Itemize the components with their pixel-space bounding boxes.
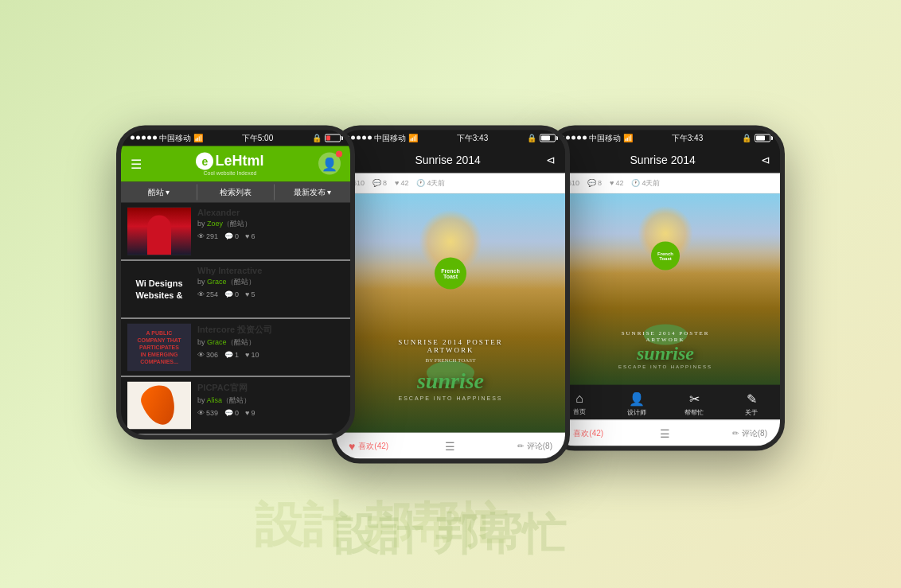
user-avatar[interactable]: 👤 [318,153,341,175]
nav-about[interactable]: ✎ 关于 [723,391,780,416]
help-icon: ✂ [689,391,700,406]
list-item-widesigns[interactable]: Wi DesignsWebsites & Why Interactive by … [121,260,350,318]
likes-count-w: 5 [251,290,255,298]
thumb-widesigns-bg: Wi DesignsWebsites & [127,265,191,313]
thumb-alexander-bg [127,207,191,255]
nav-tabs: 酷站 ▾ 检索列表 最新发布 ▾ [121,181,350,202]
comment-icon-p: 💬 [224,408,233,416]
menu-action-2[interactable]: ☰ [416,439,484,452]
dot5 [153,136,157,140]
tab-suoyin[interactable]: 检索列表 [197,181,273,202]
stats-widesigns: 👁 254 💬 0 ♥ 5 [197,290,344,298]
designer-icon: 👤 [629,391,645,406]
wifi-icon-1: 📶 [193,134,203,142]
thumb-picpac-bg [127,381,191,429]
likes-intercore: ♥ 10 [245,350,259,358]
like-action-2[interactable]: ♥ 喜欢(42) [349,439,416,452]
sunrise-image-2: FrenchToast SUNRISE 2014 POSTER ARTWORK … [336,193,565,432]
heart-icon-2: ♥ [395,179,399,187]
menu-action-3[interactable]: ☰ [631,426,699,439]
author-widesigns: by Grace（酷站） [197,276,344,286]
watermark-2: 設計 邦帮忙 [255,493,507,558]
eye-icon-p: 👁 [197,408,205,416]
share-button-2[interactable]: ⊲ [546,153,556,165]
views-intercore: 👁 306 [197,350,218,358]
lock-icon-2: 🔒 [527,134,536,142]
info-picpac: PICPAC官网 by Alisa（酷站） 👁 539 💬 0 ♥ 9 [197,381,344,416]
dot1 [131,136,135,140]
likes-alexander: ♥ 6 [245,232,255,239]
comment-action-3[interactable]: ✏ 评论(8) [700,427,767,438]
views-alexander: 👁 291 [197,232,218,239]
comments-count-i: 1 [235,350,239,358]
like-count-2: 42 [400,179,408,187]
likes-widesigns: ♥ 5 [245,290,255,298]
views-picpac: 👁 539 [197,408,218,416]
battery-fill-3 [756,135,765,140]
title-picpac: PICPAC官网 [197,381,344,393]
list-item-picpac[interactable]: PICPAC官网 by Alisa（酷站） 👁 539 💬 0 ♥ 9 [121,376,350,434]
comments-count-a: 0 [235,232,239,239]
views-count-i: 306 [206,350,218,358]
about-label: 关于 [745,407,758,416]
comment-action-2[interactable]: ✏ 评论(8) [485,440,552,451]
picpac-object [138,381,181,429]
dot4-2 [362,136,366,140]
about-icon: ✎ [747,391,757,406]
clock-icon-3: 🕐 [631,179,640,187]
comment-icon-2: 💬 [372,179,381,187]
time-stat-3: 🕐 4天前 [631,177,660,188]
share-button-3[interactable]: ⊲ [761,153,770,165]
like-stat-3: ♥ 42 [610,179,623,187]
heart-icon-p: ♥ [245,408,249,416]
status-right-1: 🔒 [312,134,341,142]
tab-zuixin[interactable]: 最新发布 ▾ [275,181,350,202]
tab-kuzhan[interactable]: 酷站 ▾ [121,181,197,202]
tab-zuixin-arrow: ▾ [327,188,331,197]
likes-picpac: ♥ 9 [245,408,255,416]
likes-count-p: 9 [251,408,255,416]
time-stat-2: 🕐 4天前 [416,177,445,188]
clock-icon-2: 🕐 [416,179,425,187]
lock-icon-3: 🔒 [742,134,751,142]
list-item-alexander[interactable]: Alexander by Zoey（酷站） 👁 291 💬 0 ♥ 6 [121,202,350,260]
battery-2 [540,134,556,142]
views-count-w: 254 [206,290,218,298]
thumb-intercore: A PUBLICCOMPANY THATPARTICIPATESIN EMERG… [127,323,191,371]
sunrise-image-3: FrenchToast SUNRISE 2014 POSTER ARTWORK … [551,193,780,384]
heart-icon-a: ♥ [245,232,249,239]
info-widesigns: Why Interactive by Grace（酷站） 👁 254 💬 0 ♥… [197,265,344,298]
notification-badge [336,151,342,158]
title-alexander: Alexander [197,207,344,216]
nav-help[interactable]: ✂ 帮帮忙 [665,391,723,416]
bottom-nav-3: ⌂ 首页 👤 设计师 ✂ 帮帮忙 ✎ 关于 [551,384,780,419]
title-widesigns: Why Interactive [197,265,344,275]
hamburger-icon[interactable]: ☰ [131,156,142,171]
battery-fill-2 [541,135,550,140]
author-alexander: by Zoey（酷站） [197,218,344,228]
like-action-3[interactable]: ♥ 喜欢(42) [564,426,631,439]
list-item-intercore[interactable]: A PUBLICCOMPANY THATPARTICIPATESIN EMERG… [121,318,350,376]
comments-picpac: 💬 0 [224,408,239,416]
logo-area: e LeHtml Cool website Indexed [196,152,263,175]
battery-fill-1 [326,135,330,140]
like-count-3: 42 [615,179,623,187]
home-label: 首页 [573,407,586,415]
likes-count-i: 10 [251,350,259,358]
heart-icon-w: ♥ [245,290,249,298]
nav-designer[interactable]: 👤 设计师 [608,391,665,416]
pencil-icon-2: ✏ [517,442,524,450]
info-alexander: Alexander by Zoey（酷站） 👁 291 💬 0 ♥ 6 [197,207,344,239]
thumb-widesigns: Wi DesignsWebsites & [127,265,191,313]
escape-text-2: ESCAPE INTO HAPPINESS [393,395,508,400]
status-left-1: 中国移动 📶 [131,132,203,143]
help-label: 帮帮忙 [685,407,704,416]
designer-label: 设计师 [627,407,646,416]
status-right-3: 🔒 [742,134,770,142]
poster-author-2: BY FRENCH TOAST [393,356,508,363]
eye-icon-a: 👁 [197,232,205,239]
comment-icon-3: 💬 [587,179,596,187]
carrier-2: 中国移动 [374,132,406,143]
comment-icon-i: 💬 [224,350,233,358]
comments-alexander: 💬 0 [224,232,239,239]
